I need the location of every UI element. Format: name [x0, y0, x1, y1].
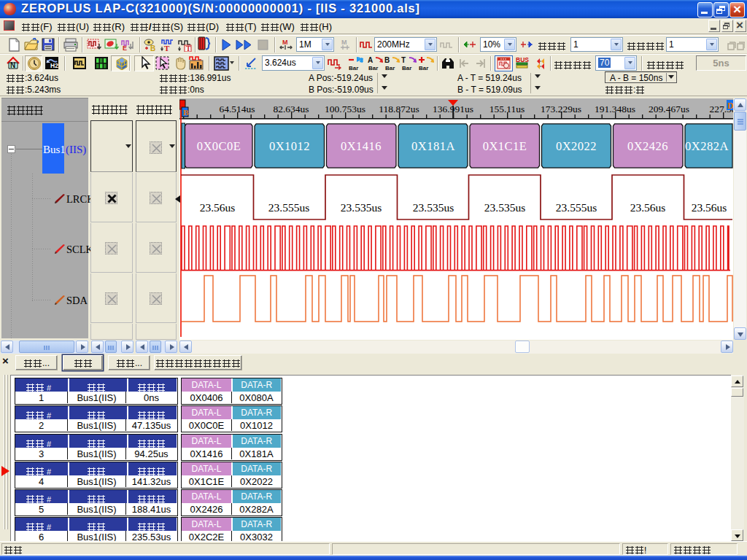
svg-text:Bar: Bar	[419, 65, 428, 71]
svg-text:T: T	[401, 56, 406, 64]
svg-text:82.634us: 82.634us	[273, 104, 309, 114]
svg-text:N: N	[10, 61, 15, 69]
svg-text:23.56us: 23.56us	[692, 201, 727, 214]
svg-text:23.555us: 23.555us	[268, 201, 309, 214]
svg-text:Bar: Bar	[368, 65, 378, 71]
svg-text:M: M	[341, 39, 347, 46]
svg-text:118.872us: 118.872us	[379, 104, 419, 114]
svg-text:209.467us: 209.467us	[649, 104, 689, 114]
svg-text:A: A	[368, 56, 373, 64]
svg-text:B: B	[183, 108, 189, 117]
svg-text:Bar: Bar	[349, 65, 358, 71]
svg-text:0X1416: 0X1416	[341, 139, 382, 153]
svg-text:E: E	[123, 44, 127, 52]
svg-text:23.535us: 23.535us	[341, 201, 382, 214]
svg-text:0X2426: 0X2426	[627, 139, 668, 153]
svg-text:T: T	[164, 44, 170, 52]
svg-text:B: B	[150, 44, 155, 52]
svg-text:Bar: Bar	[385, 65, 395, 71]
svg-text:Bar: Bar	[402, 65, 411, 71]
svg-text:0X0C0E: 0X0C0E	[197, 139, 241, 153]
svg-text:D: D	[727, 101, 733, 111]
svg-text:0X2022: 0X2022	[556, 139, 597, 153]
svg-text:23.535us: 23.535us	[413, 201, 454, 214]
svg-text:191.348us: 191.348us	[595, 104, 635, 114]
svg-text:0X1012: 0X1012	[269, 139, 310, 153]
svg-text:100.753us: 100.753us	[325, 104, 365, 114]
svg-text:173.229us: 173.229us	[541, 104, 581, 114]
svg-text:H2: H2	[50, 62, 58, 69]
svg-text:0X282A: 0X282A	[685, 139, 729, 153]
svg-text:155.11us: 155.11us	[489, 104, 525, 114]
svg-text:B: B	[384, 56, 390, 64]
svg-text:64.514us: 64.514us	[219, 104, 255, 114]
svg-text:T: T	[186, 45, 191, 52]
svg-text:23.555us: 23.555us	[556, 201, 597, 214]
svg-text:0X181A: 0X181A	[411, 139, 455, 153]
svg-text:M: M	[282, 39, 288, 46]
svg-text:23.56us: 23.56us	[630, 201, 666, 214]
svg-text:23.56us: 23.56us	[200, 201, 236, 214]
svg-text:23.535us: 23.535us	[484, 201, 525, 214]
svg-text:0X1C1E: 0X1C1E	[483, 139, 527, 153]
